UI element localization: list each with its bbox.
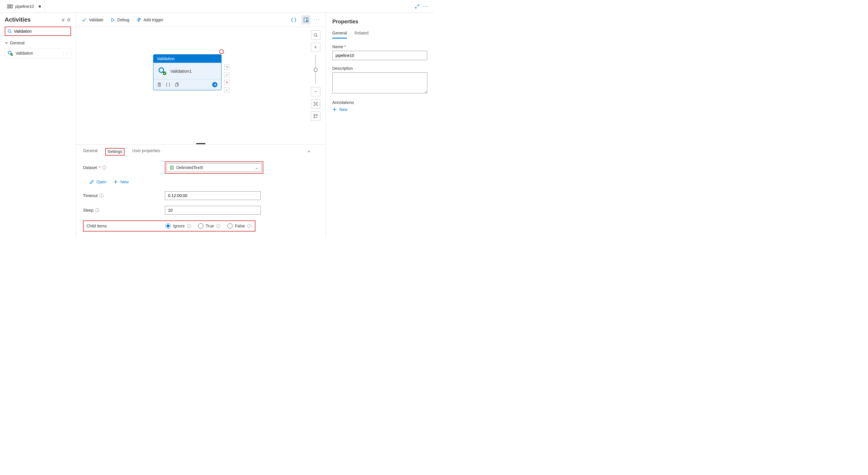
copy-icon[interactable] (175, 82, 179, 87)
search-icon (314, 33, 318, 37)
svg-rect-1 (9, 5, 11, 8)
activities-search[interactable] (5, 27, 71, 36)
braces-icon[interactable] (166, 82, 170, 87)
child-items-true[interactable]: True i (198, 223, 220, 229)
zoom-slider[interactable] (315, 55, 316, 84)
search-icon (8, 29, 12, 33)
pipeline-name-input[interactable] (332, 51, 427, 60)
tab-general[interactable]: General (83, 148, 98, 155)
search-input[interactable] (14, 29, 68, 34)
toolbar-more-icon[interactable]: ··· (314, 16, 320, 23)
category-general[interactable]: General (5, 41, 71, 45)
activity-settings-panel: General Settings User properties Dataset… (76, 144, 326, 237)
arrow-right-circle-icon[interactable] (212, 82, 218, 88)
node-success-icon[interactable]: ✓ (224, 72, 229, 77)
svg-point-3 (8, 30, 11, 32)
properties-toggle-button[interactable] (301, 15, 311, 25)
required-indicator: * (99, 165, 100, 170)
props-tab-general[interactable]: General (332, 31, 347, 38)
svg-rect-13 (315, 103, 316, 105)
child-items-false[interactable]: False i (227, 223, 251, 229)
fit-screen-button[interactable] (311, 99, 320, 109)
svg-point-12 (314, 34, 317, 36)
expand-icon[interactable] (415, 4, 420, 9)
chevron-down-double-icon[interactable] (61, 18, 65, 22)
svg-point-8 (159, 68, 164, 72)
required-indicator: * (344, 44, 346, 49)
svg-rect-15 (316, 114, 317, 115)
validation-activity-node[interactable]: Validation Validation1 ↷ ✓ ✕ ✓ (153, 54, 221, 90)
activities-sidebar: Activities General Validation ⋮⋮ (0, 13, 76, 237)
zoom-out-button[interactable]: − (311, 87, 320, 96)
node-port-icon[interactable] (219, 49, 224, 54)
svg-rect-2 (11, 5, 12, 8)
debug-button[interactable]: Debug (111, 18, 129, 22)
annotations-label: Annotations (332, 100, 427, 105)
chevron-left-double-icon[interactable] (67, 18, 71, 22)
description-label: Description (332, 66, 427, 71)
tab-dirty-indicator (38, 5, 41, 8)
name-label: Name (332, 44, 343, 49)
svg-rect-0 (7, 5, 9, 8)
zoom-in-button[interactable]: + (311, 43, 320, 52)
more-icon[interactable]: ··· (423, 3, 429, 9)
check-icon (82, 18, 87, 22)
info-icon[interactable]: i (247, 224, 251, 228)
open-dataset-button[interactable]: Open (89, 179, 106, 184)
info-icon[interactable]: i (216, 224, 220, 228)
braces-icon (291, 17, 296, 23)
svg-rect-16 (314, 117, 315, 118)
plus-icon (114, 179, 118, 184)
trash-icon[interactable] (157, 82, 162, 87)
code-view-button[interactable] (289, 15, 299, 25)
props-tab-related[interactable]: Related (354, 31, 369, 38)
timeout-input[interactable] (165, 191, 261, 200)
svg-rect-10 (175, 84, 178, 87)
pipeline-icon (7, 4, 13, 8)
chevron-down-icon (5, 41, 8, 45)
properties-title: Properties (332, 19, 427, 25)
node-fail-icon[interactable]: ✕ (224, 80, 229, 85)
layout-button[interactable] (311, 111, 320, 121)
panel-drag-handle[interactable] (196, 143, 206, 144)
add-trigger-button[interactable]: Add trigger (136, 18, 163, 22)
add-annotation-button[interactable]: New (332, 107, 427, 112)
validate-button[interactable]: Validate (82, 18, 103, 22)
layout-icon (314, 114, 318, 118)
panel-icon (303, 17, 309, 23)
new-dataset-button[interactable]: New (114, 179, 129, 184)
child-items-ignore[interactable]: Ignore i (165, 223, 191, 229)
node-redo-icon[interactable]: ↷ (224, 65, 229, 70)
validation-icon (7, 50, 13, 56)
activity-validation[interactable]: Validation ⋮⋮ (5, 48, 71, 58)
zoom-thumb[interactable] (314, 68, 318, 72)
info-icon[interactable]: i (187, 224, 191, 228)
tab-bar: pipeline10 ··· (0, 0, 434, 13)
chevron-down-icon: ⌄ (255, 165, 258, 170)
svg-point-7 (307, 21, 308, 22)
sleep-input[interactable] (165, 206, 261, 214)
node-header: Validation (153, 55, 221, 63)
svg-rect-6 (304, 18, 308, 22)
pipeline-tab[interactable]: pipeline10 (3, 0, 45, 12)
pencil-icon (89, 179, 94, 184)
svg-rect-14 (314, 114, 315, 115)
sidebar-title: Activities (5, 16, 31, 23)
description-input[interactable] (332, 72, 427, 94)
drag-handle-icon: ⋮⋮ (61, 51, 68, 56)
panel-collapse-button[interactable] (307, 149, 318, 155)
tab-user-properties[interactable]: User properties (132, 148, 160, 155)
pipeline-canvas[interactable]: Validation Validation1 ↷ ✓ ✕ ✓ (76, 27, 326, 144)
tab-settings[interactable]: Settings (105, 148, 125, 156)
properties-panel: Properties General Related Name * Descri… (326, 13, 434, 237)
dataset-select[interactable]: DelimitedText5 ⌄ (166, 163, 261, 172)
play-icon (111, 18, 115, 22)
node-skip-icon[interactable]: ✓ (224, 87, 229, 93)
svg-point-4 (8, 51, 11, 54)
canvas-search-button[interactable] (311, 30, 320, 40)
info-icon[interactable]: i (102, 166, 106, 170)
canvas-toolbar: Validate Debug Add trigger ··· (76, 13, 326, 27)
info-icon[interactable]: i (95, 208, 99, 212)
info-icon[interactable]: i (99, 194, 103, 198)
dataset-icon (170, 166, 174, 170)
